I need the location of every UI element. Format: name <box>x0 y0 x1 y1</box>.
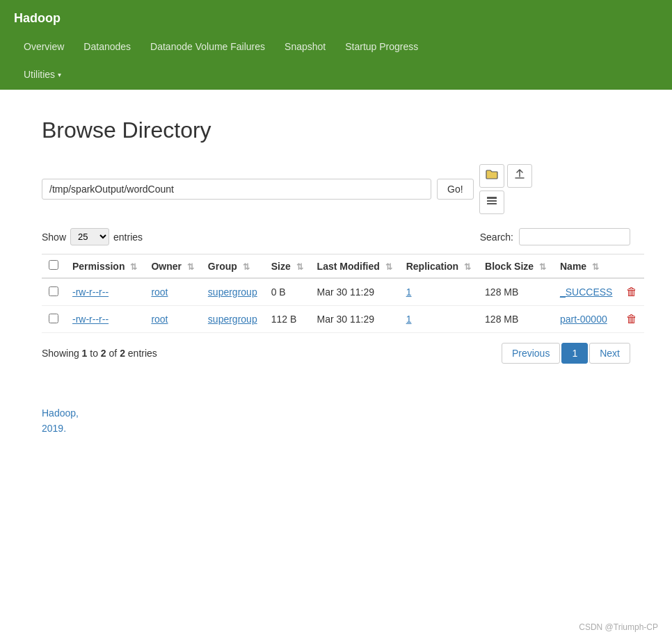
main-content: Browse Directory Go! <box>0 90 672 464</box>
select-all-checkbox[interactable] <box>49 260 58 270</box>
search-input[interactable] <box>519 228 630 245</box>
row2-block-size: 128 MB <box>478 306 553 333</box>
row1-last-modified: Mar 30 11:29 <box>310 278 399 306</box>
page-title: Browse Directory <box>42 118 630 143</box>
row2-size: 112 B <box>264 306 310 333</box>
go-button[interactable]: Go! <box>437 179 474 200</box>
table-header-row: Permission ⇅ Owner ⇅ Group ⇅ Size ⇅ Last… <box>42 254 644 279</box>
table-icon <box>486 196 497 209</box>
row2-delete-icon[interactable]: 🗑 <box>626 313 637 325</box>
row1-delete-cell: 🗑 <box>619 278 644 306</box>
show-select[interactable]: 10 25 50 100 <box>70 228 109 245</box>
row2-permission-link[interactable]: -rw-r--r-- <box>72 314 109 325</box>
entries-info-to: 2 <box>101 348 106 359</box>
show-entries: Show 10 25 50 100 entries <box>42 228 143 245</box>
row1-delete-icon[interactable]: 🗑 <box>626 286 637 298</box>
nav-item-snapshot[interactable]: Snapshot <box>275 34 335 59</box>
entries-info-to-label: to <box>90 348 98 359</box>
row1-size: 0 B <box>264 278 310 306</box>
table-icon-button[interactable] <box>479 191 504 214</box>
entries-label: entries <box>113 232 143 243</box>
col-actions <box>619 254 644 279</box>
upload-icon <box>514 169 525 183</box>
row1-group: supergroup <box>201 278 264 306</box>
icon-buttons <box>479 164 532 214</box>
entries-info-from: 1 <box>82 348 88 359</box>
dropdown-arrow-icon: ▾ <box>58 71 61 79</box>
search-label: Search: <box>480 232 513 243</box>
folder-icon <box>486 170 498 182</box>
navbar-menu: Overview Datanodes Datanode Volume Failu… <box>14 31 658 62</box>
sort-icon-block-size: ⇅ <box>539 262 546 272</box>
row2-last-modified: Mar 30 11:29 <box>310 306 399 333</box>
entries-info-prefix: Showing <box>42 348 79 359</box>
col-owner[interactable]: Owner ⇅ <box>144 254 200 279</box>
data-table: Permission ⇅ Owner ⇅ Group ⇅ Size ⇅ Last… <box>42 254 644 333</box>
col-name[interactable]: Name ⇅ <box>553 254 619 279</box>
path-input[interactable] <box>42 179 431 200</box>
folder-icon-button[interactable] <box>479 164 504 188</box>
row1-owner-link[interactable]: root <box>151 286 168 298</box>
sort-icon-owner: ⇅ <box>187 262 194 272</box>
row2-owner-link[interactable]: root <box>151 314 168 325</box>
row1-replication-link[interactable]: 1 <box>406 286 412 298</box>
entries-info: Showing 1 to 2 of 2 entries <box>42 348 157 359</box>
icon-btns-row1 <box>479 164 532 188</box>
row1-checkbox-cell <box>42 278 65 306</box>
nav-item-datanode-volume-failures[interactable]: Datanode Volume Failures <box>141 34 275 59</box>
row1-checkbox[interactable] <box>49 286 58 296</box>
row2-permission: -rw-r--r-- <box>65 306 144 333</box>
nav-item-overview[interactable]: Overview <box>14 34 74 59</box>
row1-name-link[interactable]: _SUCCESS <box>560 286 612 298</box>
col-permission[interactable]: Permission ⇅ <box>65 254 144 279</box>
navbar-brand[interactable]: Hadoop <box>14 0 658 31</box>
row1-permission-link[interactable]: -rw-r--r-- <box>72 286 109 298</box>
row2-name: part-00000 <box>553 306 619 333</box>
sort-icon-size: ⇅ <box>296 262 303 272</box>
table-footer: Showing 1 to 2 of 2 entries Previous 1 N… <box>42 343 630 364</box>
row1-block-size: 128 MB <box>478 278 553 306</box>
sort-icon-last-modified: ⇅ <box>385 262 392 272</box>
icon-btns-row2 <box>479 191 532 214</box>
col-group[interactable]: Group ⇅ <box>201 254 264 279</box>
row1-group-link[interactable]: supergroup <box>208 286 257 298</box>
footer-line1: Hadoop, <box>42 405 630 421</box>
table-controls: Show 10 25 50 100 entries Search: <box>42 228 630 245</box>
row2-group-link[interactable]: supergroup <box>208 314 257 325</box>
sort-icon-group: ⇅ <box>243 262 250 272</box>
sort-icon-name: ⇅ <box>592 262 599 272</box>
nav-item-datanodes[interactable]: Datanodes <box>74 34 141 59</box>
search-box: Search: <box>480 228 630 245</box>
previous-button[interactable]: Previous <box>502 343 560 364</box>
col-last-modified[interactable]: Last Modified ⇅ <box>310 254 399 279</box>
navbar: Hadoop Overview Datanodes Datanode Volum… <box>0 0 672 90</box>
page-1-button[interactable]: 1 <box>561 343 588 364</box>
footer-line2: 2019. <box>42 421 630 436</box>
svg-rect-2 <box>487 203 497 204</box>
col-size[interactable]: Size ⇅ <box>264 254 310 279</box>
row2-group: supergroup <box>201 306 264 333</box>
col-checkbox <box>42 254 65 279</box>
table-row: -rw-r--r-- root supergroup 112 B Mar 30 … <box>42 306 644 333</box>
sort-icon-replication: ⇅ <box>464 262 471 272</box>
pagination: Previous 1 Next <box>502 343 630 364</box>
row2-replication-link[interactable]: 1 <box>406 314 412 325</box>
row2-checkbox[interactable] <box>49 314 58 323</box>
row2-delete-cell: 🗑 <box>619 306 644 333</box>
row1-permission: -rw-r--r-- <box>65 278 144 306</box>
nav-item-startup-progress[interactable]: Startup Progress <box>335 34 428 59</box>
col-replication[interactable]: Replication ⇅ <box>399 254 478 279</box>
show-label: Show <box>42 232 66 243</box>
row2-name-link[interactable]: part-00000 <box>560 314 607 325</box>
row2-replication: 1 <box>399 306 478 333</box>
utilities-dropdown[interactable]: Utilities ▾ <box>14 62 71 87</box>
row2-checkbox-cell <box>42 306 65 333</box>
row1-owner: root <box>144 278 200 306</box>
entries-info-total: 2 <box>120 348 125 359</box>
next-button[interactable]: Next <box>589 343 630 364</box>
utilities-label[interactable]: Utilities ▾ <box>14 62 71 87</box>
path-bar: Go! <box>42 164 630 214</box>
sort-icon-permission: ⇅ <box>130 262 137 272</box>
col-block-size[interactable]: Block Size ⇅ <box>478 254 553 279</box>
upload-icon-button[interactable] <box>507 164 532 188</box>
